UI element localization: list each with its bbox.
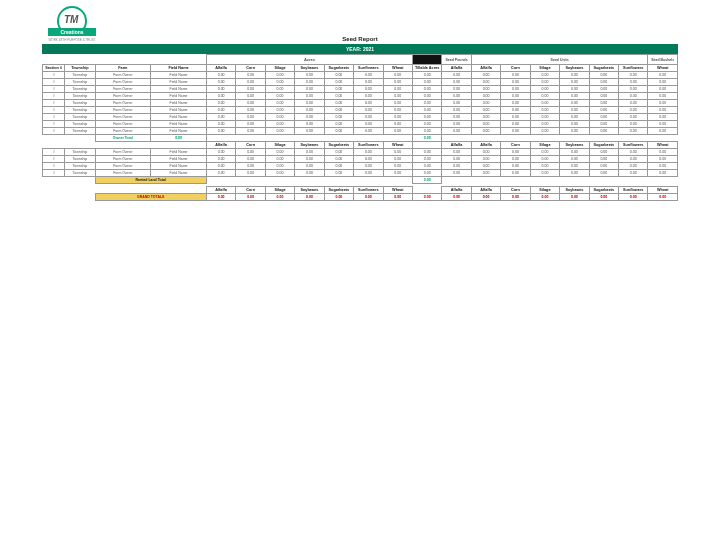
col-pounds-crop: Alfalfa xyxy=(442,65,471,72)
cell-units: 0.00 xyxy=(560,72,589,79)
table-row: #TownshipFarm OwnerField Name0.000.000.0… xyxy=(43,163,678,170)
cell-acres: 0.00 xyxy=(324,121,353,128)
cell-acres: 0.00 xyxy=(236,149,265,156)
cell-units: 0.00 xyxy=(530,79,559,86)
col-bushels-crop: Wheat xyxy=(648,142,678,149)
table-row: #TownshipFarm OwnerField Name0.000.000.0… xyxy=(43,100,678,107)
cell-acres: 0.00 xyxy=(295,156,324,163)
cell-acres: 0.00 xyxy=(206,86,235,93)
cell-units: 0.00 xyxy=(560,128,589,135)
col-su-crop: Alfalfa xyxy=(471,65,500,72)
cell-acres: 0.00 xyxy=(265,121,294,128)
cell-farm: Farm Owner xyxy=(95,114,151,121)
cell-units: 0.00 xyxy=(501,128,530,135)
col-crop: Wheat xyxy=(383,142,412,149)
col-crop: Alfalfa xyxy=(206,187,235,194)
cell-pounds: 0.00 xyxy=(442,128,471,135)
cell-acres: 0.00 xyxy=(383,114,412,121)
column-header-row-2: Alfalfa Corn Silage Soybeans Sugarbeets … xyxy=(43,142,678,149)
col-crop: Sunflowers xyxy=(354,187,383,194)
cell-units: 0.00 xyxy=(619,72,648,79)
cell-twp: Township xyxy=(65,149,95,156)
col-township: Township xyxy=(65,65,95,72)
group-seed-pounds-header: Seed Pounds xyxy=(442,55,471,65)
cell-tillable: 0.00 xyxy=(412,163,441,170)
cell-acres: 0.00 xyxy=(383,79,412,86)
cell-field: Field Name xyxy=(151,114,207,121)
cell-twp: Township xyxy=(65,72,95,79)
col-crop: Sunflowers xyxy=(354,142,383,149)
cell-units: 0.00 xyxy=(589,149,618,156)
cell-farm: Farm Owner xyxy=(95,121,151,128)
cell-twp: Township xyxy=(65,128,95,135)
cell-acres: 0.00 xyxy=(236,121,265,128)
table-row: #TownshipFarm OwnerField Name0.000.000.0… xyxy=(43,79,678,86)
group-dark-cell xyxy=(412,55,441,65)
cell-bushels: 0.00 xyxy=(648,156,678,163)
table-row: #TownshipFarm OwnerField Name0.000.000.0… xyxy=(43,86,678,93)
cell-units: 0.00 xyxy=(560,79,589,86)
col-su-crop: Sugarbeets xyxy=(589,142,618,149)
cell-tillable: 0.00 xyxy=(412,156,441,163)
col-crop: Soybeans xyxy=(295,187,324,194)
cell-sec: # xyxy=(43,163,65,170)
cell-acres: 0.00 xyxy=(354,128,383,135)
cell-units: 0.00 xyxy=(530,86,559,93)
cell-tillable: 0.00 xyxy=(412,149,441,156)
cell-units: 0.00 xyxy=(501,100,530,107)
col-bushels-crop: Wheat xyxy=(648,187,678,194)
cell-units: 0.00 xyxy=(589,72,618,79)
cell-acres: 0.00 xyxy=(265,86,294,93)
col-crop: Wheat xyxy=(383,65,412,72)
col-su-crop: Soybeans xyxy=(560,65,589,72)
cell-twp: Township xyxy=(65,86,95,93)
cell-units: 0.00 xyxy=(471,121,500,128)
cell-sec: # xyxy=(43,149,65,156)
cell-sec: # xyxy=(43,100,65,107)
col-crop: Sunflowers xyxy=(354,65,383,72)
cell-twp: Township xyxy=(65,93,95,100)
cell-pounds: 0.00 xyxy=(442,114,471,121)
cell-acres: 0.00 xyxy=(206,170,235,177)
col-pounds-crop: Alfalfa xyxy=(442,142,471,149)
cell-sec: # xyxy=(43,128,65,135)
cell-units: 0.00 xyxy=(619,128,648,135)
col-farm: Farm xyxy=(95,65,151,72)
col-crop: Corn xyxy=(236,65,265,72)
cell-tillable: 0.00 xyxy=(412,107,441,114)
cell-acres: 0.00 xyxy=(236,79,265,86)
cell-acres: 0.00 xyxy=(206,100,235,107)
cell-units: 0.00 xyxy=(501,86,530,93)
cell-acres: 0.00 xyxy=(354,93,383,100)
cell-tillable: 0.00 xyxy=(412,114,441,121)
cell-tillable: 0.00 xyxy=(412,72,441,79)
cell-acres: 0.00 xyxy=(206,79,235,86)
table-row: #TownshipFarm OwnerField Name0.000.000.0… xyxy=(43,93,678,100)
owner-total-tillable: 0.00 xyxy=(412,135,441,142)
cell-acres: 0.00 xyxy=(295,128,324,135)
table-row: #TownshipFarm OwnerField Name0.000.000.0… xyxy=(43,170,678,177)
grand-val: 0.00 xyxy=(471,194,500,201)
cell-units: 0.00 xyxy=(471,100,500,107)
col-crop: Soybeans xyxy=(295,142,324,149)
cell-bushels: 0.00 xyxy=(648,114,678,121)
col-crop: Corn xyxy=(236,142,265,149)
grand-val: 0.00 xyxy=(530,194,559,201)
grand-val: 0.00 xyxy=(560,194,589,201)
grand-val: 0.00 xyxy=(412,194,441,201)
table-row: #TownshipFarm OwnerField Name0.000.000.0… xyxy=(43,149,678,156)
cell-units: 0.00 xyxy=(530,121,559,128)
cell-acres: 0.00 xyxy=(295,93,324,100)
cell-units: 0.00 xyxy=(530,107,559,114)
cell-acres: 0.00 xyxy=(295,163,324,170)
table-row: #TownshipFarm OwnerField Name0.000.000.0… xyxy=(43,107,678,114)
cell-units: 0.00 xyxy=(560,107,589,114)
grand-totals-label: GRAND TOTALS xyxy=(95,194,206,201)
cell-units: 0.00 xyxy=(471,107,500,114)
col-section: Section # xyxy=(43,65,65,72)
cell-bushels: 0.00 xyxy=(648,93,678,100)
cell-pounds: 0.00 xyxy=(442,86,471,93)
cell-acres: 0.00 xyxy=(324,79,353,86)
cell-acres: 0.00 xyxy=(383,93,412,100)
cell-pounds: 0.00 xyxy=(442,149,471,156)
